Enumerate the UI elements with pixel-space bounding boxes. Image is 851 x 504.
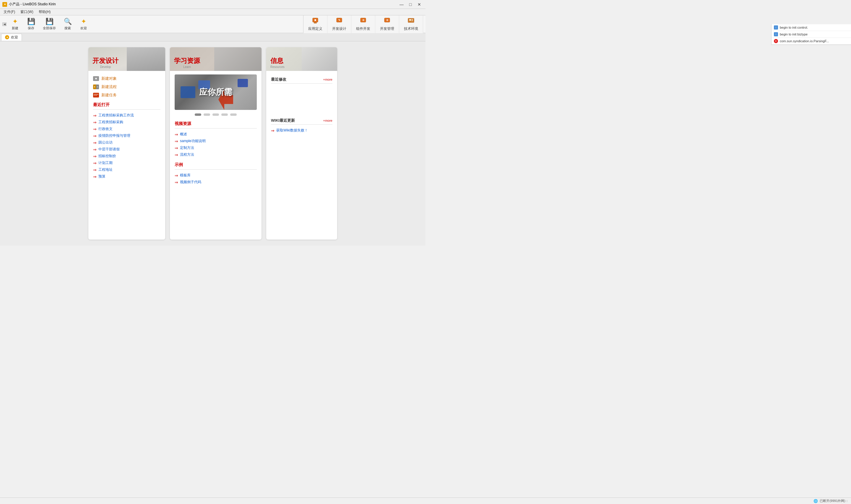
recent-label-1: 工程类招标采购	[98, 120, 123, 125]
recent-open-title: 最近打开	[93, 102, 160, 108]
action-new-object[interactable]: 新建对象	[93, 74, 160, 83]
svg-text:⚙: ⚙	[362, 19, 364, 22]
info-card: 信息 Resources 最近修改 +more WIKI最近更新 +more ⇒…	[266, 47, 337, 239]
wiki-error-item: ⇒ 获取Wiki数据失败！	[271, 127, 332, 134]
wiki-title: WIKI最近更新	[271, 118, 295, 123]
menu-window[interactable]: 窗口(W)	[18, 9, 35, 15]
arrow-1: ⇒	[93, 120, 97, 125]
recent-item-2[interactable]: ⇒行政收文	[93, 126, 160, 132]
recent-item-5[interactable]: ⇒中层干部请假	[93, 146, 160, 153]
recent-item-3[interactable]: ⇒疫情防控申报与管理	[93, 132, 160, 139]
nav-tab-apply[interactable]: 应用定义	[304, 15, 327, 33]
wiki-arrow: ⇒	[271, 128, 274, 133]
recent-item-9[interactable]: ⇒预算	[93, 173, 160, 180]
main-content: 开发设计 Develop 新建对象 新建流程	[0, 41, 426, 246]
menu-help[interactable]: 帮助(H)	[36, 9, 53, 15]
svg-rect-12	[412, 20, 413, 21]
wiki-divider	[271, 124, 332, 125]
learn-card-body: 应你所需 视频资源 ⇒概述 ⇒sample功能说明 ⇒定制方法 ⇒流程方法 示例…	[170, 71, 261, 189]
dot-2[interactable]	[204, 113, 210, 116]
info-card-body: 最近修改 +more WIKI最近更新 +more ⇒ 获取Wiki数据失败！	[266, 71, 337, 137]
nav-tab-develop[interactable]: ✎ 开发设计	[327, 15, 351, 33]
video-item-3[interactable]: ⇒流程方法	[175, 151, 257, 158]
recent-label-2: 行政收文	[98, 126, 113, 131]
recent-label-5: 中层干部请假	[98, 147, 120, 152]
new-flow-icon	[93, 85, 99, 89]
example-item-1[interactable]: ⇒视频例子代码	[175, 179, 257, 185]
svg-point-19	[94, 86, 95, 87]
video-label-0: 概述	[180, 132, 187, 137]
promo-banner: 应你所需	[175, 74, 257, 110]
recent-modified-empty	[271, 86, 332, 115]
video-arrow-1: ⇒	[175, 139, 178, 144]
save-all-button[interactable]: 💾 全部保存	[40, 17, 59, 32]
tab-welcome[interactable]: ★ 欢迎	[1, 34, 22, 41]
maximize-button[interactable]: □	[406, 1, 414, 7]
video-item-1[interactable]: ⇒sample功能说明	[175, 138, 257, 144]
recent-item-1[interactable]: ⇒工程类招标采购	[93, 119, 160, 126]
video-arrow-2: ⇒	[175, 146, 178, 150]
video-label-2: 定制方法	[180, 145, 194, 150]
arrow-6: ⇒	[93, 154, 97, 159]
recent-item-7[interactable]: ⇒计划工期	[93, 160, 160, 166]
welcome-button[interactable]: ✦ 欢迎	[76, 17, 91, 32]
learn-card: 学习资源 Learn 应你所需	[170, 47, 261, 239]
search-label: 搜索	[65, 26, 71, 31]
recent-item-6[interactable]: ⇒招标控制价	[93, 153, 160, 160]
minimize-button[interactable]: —	[398, 1, 405, 7]
tab-bar: ★ 欢迎	[0, 33, 426, 41]
dot-5[interactable]	[230, 113, 237, 116]
svg-rect-16	[96, 78, 96, 79]
menu-file[interactable]: 文件(F)	[1, 9, 17, 15]
close-button[interactable]: ✕	[415, 1, 423, 7]
nav-tab-develop-label: 开发设计	[332, 26, 346, 31]
recent-label-7: 计划工期	[98, 160, 113, 165]
recent-item-8[interactable]: ⇒工程地址	[93, 166, 160, 173]
toolbar-scroll-left[interactable]: ◀	[2, 22, 6, 26]
video-item-0[interactable]: ⇒概述	[175, 131, 257, 138]
svg-rect-11	[412, 19, 413, 20]
recent-modified-more[interactable]: +more	[323, 78, 333, 81]
nav-tab-manage[interactable]: ⚙ 开发管理	[375, 15, 399, 33]
search-button[interactable]: 🔍 搜索	[60, 17, 75, 32]
recent-label-9: 预算	[98, 174, 106, 179]
arrow-9: ⇒	[93, 174, 97, 179]
nav-tab-tech[interactable]: 技术环境	[399, 15, 423, 33]
action-new-task[interactable]: 新建任务	[93, 91, 160, 99]
save-icon: 💾	[27, 18, 35, 25]
arrow-8: ⇒	[93, 167, 97, 172]
title-controls: — □ ✕	[398, 1, 423, 7]
recent-item-4[interactable]: ⇒因公出访	[93, 139, 160, 146]
example-item-0[interactable]: ⇒模板库	[175, 172, 257, 179]
new-button[interactable]: ✦ 新建	[8, 17, 22, 32]
arrow-0: ⇒	[93, 113, 97, 118]
video-item-2[interactable]: ⇒定制方法	[175, 144, 257, 151]
svg-point-20	[97, 86, 98, 87]
video-arrow-0: ⇒	[175, 132, 178, 137]
recent-label-6: 招标控制价	[98, 154, 116, 159]
manage-icon: ⚙	[383, 17, 391, 26]
arrow-5: ⇒	[93, 147, 97, 152]
nav-tab-component-label: 组件开发	[356, 26, 370, 31]
dot-4[interactable]	[221, 113, 228, 116]
action-new-object-label: 新建对象	[101, 76, 117, 81]
arrow-2: ⇒	[93, 127, 97, 131]
dot-3[interactable]	[213, 113, 219, 116]
app-icon: ★	[2, 2, 7, 7]
wiki-more[interactable]: +more	[323, 119, 333, 122]
recent-label-3: 疫情防控申报与管理	[98, 133, 130, 138]
example-section-title: 示例	[175, 162, 257, 167]
save-button[interactable]: 💾 保存	[24, 17, 38, 32]
recent-label-4: 因公出访	[98, 140, 113, 145]
recent-item-0[interactable]: ⇒工程类招标采购工作流	[93, 112, 160, 119]
dot-1[interactable]	[195, 113, 201, 116]
nav-tab-component[interactable]: ⚙ 组件开发	[351, 15, 375, 33]
develop-title-zh: 开发设计	[92, 56, 119, 65]
tech-icon	[408, 17, 415, 26]
example-divider	[175, 169, 257, 169]
arrow-7: ⇒	[93, 161, 97, 165]
action-new-flow-label: 新建流程	[101, 84, 117, 90]
video-label-1: sample功能说明	[180, 139, 206, 144]
action-new-flow[interactable]: 新建流程	[93, 83, 160, 91]
recent-label-0: 工程类招标采购工作流	[98, 113, 134, 118]
